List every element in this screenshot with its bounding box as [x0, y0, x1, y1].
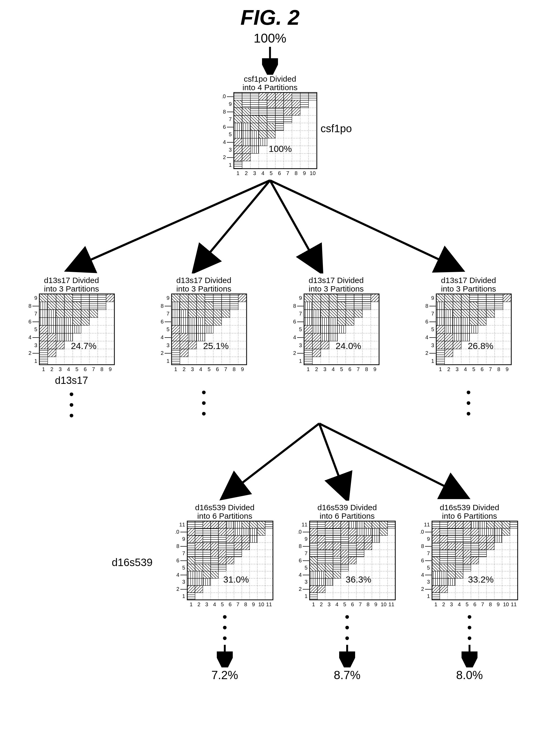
svg-text:1: 1: [307, 366, 310, 372]
svg-rect-154: [39, 294, 48, 302]
svg-rect-517: [226, 557, 234, 564]
svg-rect-808: [479, 521, 486, 528]
svg-text:8: 8: [100, 366, 103, 372]
svg-rect-624: [317, 585, 325, 593]
svg-text:6: 6: [228, 601, 231, 607]
svg-rect-128: [39, 325, 48, 333]
svg-rect-416: [445, 317, 453, 325]
svg-rect-557: [226, 521, 234, 528]
svg-rect-256: [238, 294, 247, 302]
svg-text:11: 11: [179, 522, 185, 528]
title-line: into 3 Partitions: [309, 284, 364, 293]
svg-text:4: 4: [464, 366, 467, 372]
svg-rect-809: [486, 521, 494, 528]
svg-rect-646: [333, 550, 341, 557]
svg-rect-325: [337, 317, 345, 325]
svg-rect-56: [284, 92, 292, 100]
svg-rect-162: [106, 294, 114, 302]
svg-rect-791: [494, 536, 502, 543]
svg-rect-157: [65, 294, 72, 302]
svg-rect-752: [448, 578, 456, 585]
svg-text:2: 2: [315, 366, 318, 372]
svg-rect-333: [354, 310, 362, 317]
svg-rect-668: [317, 528, 325, 536]
svg-text:7: 7: [427, 550, 430, 556]
svg-text:9: 9: [241, 366, 244, 372]
svg-rect-38: [275, 108, 284, 115]
svg-rect-766: [463, 557, 471, 564]
svg-rect-786: [456, 536, 463, 543]
svg-rect-311: [321, 341, 329, 349]
svg-text:1: 1: [236, 170, 239, 176]
svg-rect-408: [453, 333, 461, 341]
svg-rect-526: [195, 543, 203, 550]
svg-text:3: 3: [299, 342, 302, 348]
svg-rect-32: [284, 115, 292, 123]
svg-rect-797: [471, 528, 478, 536]
svg-text:7: 7: [481, 601, 484, 607]
svg-rect-137: [72, 317, 81, 325]
svg-rect-402: [445, 349, 453, 357]
svg-text:4: 4: [261, 170, 264, 176]
svg-text:6: 6: [29, 319, 31, 324]
svg-text:7: 7: [489, 366, 492, 372]
figure-title: FIG. 2: [5, 5, 535, 30]
svg-rect-652: [325, 543, 333, 550]
svg-text:100%: 100%: [269, 144, 292, 154]
svg-rect-801: [502, 528, 510, 536]
svg-rect-436: [436, 294, 445, 302]
svg-rect-136: [65, 317, 72, 325]
svg-rect-554: [203, 521, 211, 528]
svg-rect-497: [187, 593, 195, 600]
svg-rect-254: [221, 294, 230, 302]
svg-rect-412: [453, 325, 461, 333]
svg-rect-543: [195, 528, 203, 536]
svg-rect-803: [440, 521, 448, 528]
svg-rect-158: [72, 294, 81, 302]
svg-rect-525: [187, 543, 195, 550]
svg-text:8: 8: [366, 601, 369, 607]
svg-text:7: 7: [229, 116, 232, 122]
svg-rect-686: [380, 521, 387, 528]
svg-text:4: 4: [199, 366, 202, 372]
svg-text:4: 4: [425, 334, 428, 340]
svg-text:5: 5: [208, 366, 211, 372]
svg-rect-153: [98, 302, 106, 310]
svg-rect-45: [267, 100, 275, 108]
svg-line-112: [270, 180, 319, 268]
svg-rect-17: [250, 131, 259, 138]
svg-text:10: 10: [298, 529, 302, 535]
partition-grid: 1234567891011123456789101131.0%: [176, 520, 274, 608]
svg-text:3: 3: [328, 601, 331, 607]
svg-text:3: 3: [456, 366, 459, 372]
svg-rect-800: [494, 528, 502, 536]
svg-rect-811: [502, 521, 510, 528]
svg-rect-514: [203, 557, 211, 564]
svg-rect-784: [440, 536, 448, 543]
svg-rect-406: [436, 333, 445, 341]
svg-text:4: 4: [421, 572, 424, 578]
svg-rect-308: [312, 349, 321, 357]
svg-rect-502: [203, 578, 211, 585]
svg-text:6: 6: [161, 319, 164, 324]
svg-text:7: 7: [299, 311, 302, 316]
svg-rect-27: [242, 115, 250, 123]
svg-rect-246: [221, 302, 230, 310]
svg-rect-671: [341, 528, 348, 536]
svg-rect-775: [432, 543, 440, 550]
svg-rect-556: [218, 521, 226, 528]
ellipsis-icon: •••: [176, 612, 274, 644]
svg-rect-255: [230, 294, 238, 302]
svg-text:1: 1: [299, 358, 302, 364]
svg-text:1: 1: [174, 366, 177, 372]
svg-rect-51: [242, 92, 250, 100]
svg-rect-663: [348, 536, 356, 543]
node-title: d16s539 Divided into 6 Partitions: [420, 503, 519, 520]
svg-text:2: 2: [198, 601, 200, 607]
svg-rect-57: [292, 92, 300, 100]
svg-text:9: 9: [305, 536, 308, 542]
svg-rect-140: [48, 310, 56, 317]
svg-rect-636: [341, 564, 348, 571]
svg-rect-442: [486, 294, 494, 302]
svg-rect-561: [257, 521, 265, 528]
